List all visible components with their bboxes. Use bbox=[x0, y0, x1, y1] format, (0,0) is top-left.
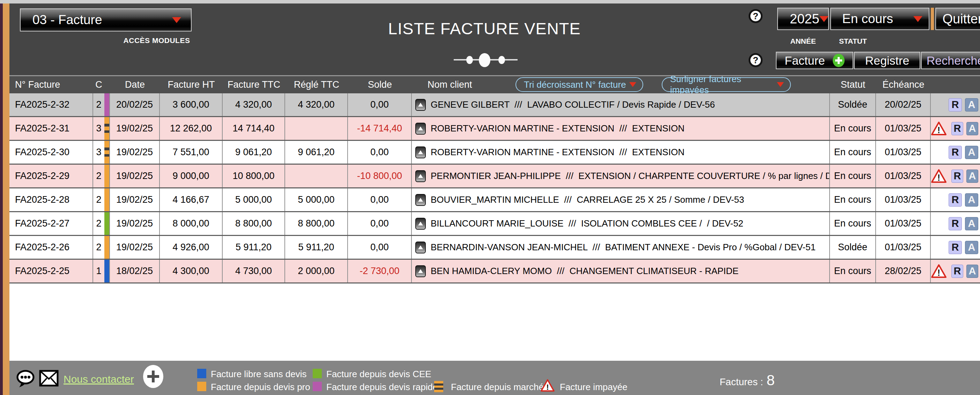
help-icon[interactable]: ? bbox=[749, 9, 762, 23]
row-a-button[interactable]: A bbox=[965, 146, 978, 159]
chat-bubble-icon[interactable] bbox=[16, 369, 35, 389]
svg-text:!: ! bbox=[937, 125, 940, 135]
expand-row-icon[interactable] bbox=[415, 170, 426, 182]
recherche-button[interactable]: Recherche bbox=[921, 52, 980, 69]
invoice-count-label: Factures : bbox=[720, 376, 763, 388]
expand-row-icon[interactable] bbox=[415, 241, 426, 253]
row-actions: ! R A bbox=[931, 189, 980, 211]
new-facture-button[interactable]: Facture bbox=[776, 52, 853, 69]
expand-row-icon[interactable] bbox=[415, 99, 426, 111]
row-r-button[interactable]: R bbox=[948, 217, 962, 230]
status-dropdown[interactable]: En cours bbox=[830, 8, 929, 30]
slider-dot-right[interactable] bbox=[498, 56, 505, 64]
up-triangle-icon bbox=[418, 174, 423, 178]
invoice-due-date: 01/03/25 bbox=[876, 189, 931, 211]
up-triangle-icon bbox=[418, 126, 423, 130]
row-actions: ! R A bbox=[931, 93, 980, 116]
legend-label-cee: Facture depuis devis CEE bbox=[326, 369, 431, 380]
invoice-number: FA2025-2-31 bbox=[10, 117, 93, 140]
facture-ht-value: 4 166,67 bbox=[160, 189, 223, 211]
table-row[interactable]: FA2025-2-32 2 20/02/25 3 600,00 4 320,00… bbox=[10, 93, 980, 117]
slider-dot-center[interactable] bbox=[479, 53, 490, 67]
legend-swatch-cee bbox=[313, 369, 322, 378]
col-header-facture-ttc: Facture TTC bbox=[223, 76, 285, 93]
regle-ttc-value: 2 000,00 bbox=[285, 260, 348, 283]
row-a-button[interactable]: A bbox=[965, 217, 978, 230]
invoice-status: En cours bbox=[830, 212, 876, 235]
page-dots-slider[interactable] bbox=[454, 53, 517, 68]
invoice-c-count: 2 bbox=[93, 212, 104, 235]
row-r-button[interactable]: R bbox=[951, 170, 963, 183]
invoice-c-count: 3 bbox=[93, 141, 104, 163]
client-name: BILLANCOURT MARIE_LOUISE /// ISOLATION C… bbox=[431, 218, 743, 229]
help-icon[interactable]: ? bbox=[749, 53, 762, 67]
row-a-button[interactable]: A bbox=[966, 265, 978, 278]
invoice-number: FA2025-2-30 bbox=[10, 141, 93, 163]
solde-value: 0,00 bbox=[348, 93, 412, 116]
table-row[interactable]: FA2025-2-27 2 19/02/25 8 000,00 8 800,00… bbox=[10, 212, 980, 236]
client-cell: ROBERTY-VARION MARTINE - EXTENSION /// E… bbox=[412, 117, 830, 140]
facture-ht-value: 4 926,00 bbox=[160, 236, 223, 259]
legend-swatch-libre bbox=[197, 369, 206, 378]
expand-row-icon[interactable] bbox=[415, 265, 426, 277]
highlight-unpaid-dropdown[interactable]: Surligner factures impayées bbox=[662, 77, 791, 92]
left-purple-strip bbox=[0, 3, 3, 395]
client-cell: GENEVE GILBERT /// LAVABO COLLECTIF / De… bbox=[412, 93, 830, 116]
row-r-button[interactable]: R bbox=[951, 265, 963, 278]
add-large-icon[interactable] bbox=[143, 365, 163, 388]
table-row[interactable]: FA2025-2-30 3 19/02/25 7 551,00 9 061,20… bbox=[10, 141, 980, 165]
table-row[interactable]: FA2025-2-26 2 19/02/25 4 926,00 5 911,20… bbox=[10, 236, 980, 260]
invoice-type-color-bar bbox=[104, 165, 110, 187]
expand-row-icon[interactable] bbox=[415, 194, 426, 206]
facture-ttc-value: 9 061,20 bbox=[223, 141, 285, 163]
expand-row-icon[interactable] bbox=[415, 218, 426, 230]
solde-value: 0,00 bbox=[348, 236, 412, 259]
invoice-status: En cours bbox=[830, 260, 876, 283]
client-cell: BEN HAMIDA-CLERY MOMO /// CHANGEMENT CLI… bbox=[412, 260, 830, 283]
invoice-date: 19/02/25 bbox=[110, 165, 160, 187]
module-selector-dropdown[interactable]: 03 - Facture bbox=[20, 8, 192, 32]
row-r-button[interactable]: R bbox=[948, 98, 962, 112]
facture-ht-value: 8 000,00 bbox=[160, 212, 223, 235]
expand-row-icon[interactable] bbox=[415, 123, 426, 134]
caret-down-icon bbox=[172, 17, 181, 23]
regle-ttc-value: 5 911,20 bbox=[285, 236, 348, 259]
row-a-button[interactable]: A bbox=[965, 98, 978, 112]
quit-button[interactable]: Quitter bbox=[935, 8, 980, 30]
invoice-type-color-bar bbox=[104, 189, 110, 211]
registre-button[interactable]: Registre bbox=[854, 52, 920, 69]
solde-value: 0,00 bbox=[348, 189, 412, 211]
year-dropdown[interactable]: 2025 bbox=[777, 8, 829, 30]
contact-link[interactable]: Nous contacter bbox=[64, 373, 134, 385]
client-name: BERNARDIN-VANSON JEAN-MICHEL /// BATIMEN… bbox=[431, 242, 816, 253]
client-name: BEN HAMIDA-CLERY MOMO /// CHANGEMENT CLI… bbox=[431, 265, 738, 277]
invoice-date: 19/02/25 bbox=[110, 141, 160, 163]
mail-icon[interactable] bbox=[39, 370, 59, 388]
row-a-button[interactable]: A bbox=[965, 241, 978, 254]
caret-down-icon bbox=[819, 16, 829, 22]
table-row[interactable]: FA2025-2-31 3 19/02/25 12 262,00 14 714,… bbox=[10, 117, 980, 141]
facture-ht-value: 9 000,00 bbox=[160, 165, 223, 187]
table-header: N° Facture C Date Facture HT Facture TTC… bbox=[10, 75, 980, 93]
row-r-button[interactable]: R bbox=[951, 122, 963, 135]
client-cell: BILLANCOURT MARIE_LOUISE /// ISOLATION C… bbox=[412, 212, 830, 235]
row-r-button[interactable]: R bbox=[948, 193, 962, 206]
sort-dropdown[interactable]: Tri décroissant N° facture bbox=[515, 77, 643, 92]
table-row[interactable]: FA2025-2-28 2 19/02/25 4 166,67 5 000,00… bbox=[10, 189, 980, 212]
legend-label-rapide: Facture depuis devis rapide bbox=[326, 382, 438, 393]
row-actions: ! R A bbox=[931, 260, 980, 283]
table-row[interactable]: FA2025-2-25 1 18/02/25 4 300,00 4 730,00… bbox=[10, 260, 980, 283]
table-row[interactable]: FA2025-2-29 2 19/02/25 9 000,00 10 800,0… bbox=[10, 165, 980, 189]
legend-swatch-rapide bbox=[313, 382, 322, 391]
row-r-button[interactable]: R bbox=[948, 241, 962, 254]
up-triangle-icon bbox=[418, 222, 423, 225]
row-a-button[interactable]: A bbox=[965, 193, 978, 206]
row-a-button[interactable]: A bbox=[966, 170, 978, 183]
col-header-regle-ttc: Réglé TTC bbox=[285, 76, 348, 93]
expand-row-icon[interactable] bbox=[415, 147, 426, 158]
slider-dot-left[interactable] bbox=[466, 56, 473, 64]
facture-ht-value: 4 300,00 bbox=[160, 260, 223, 283]
row-a-button[interactable]: A bbox=[966, 122, 978, 135]
row-r-button[interactable]: R bbox=[948, 146, 962, 159]
invoice-status: En cours bbox=[830, 117, 876, 140]
